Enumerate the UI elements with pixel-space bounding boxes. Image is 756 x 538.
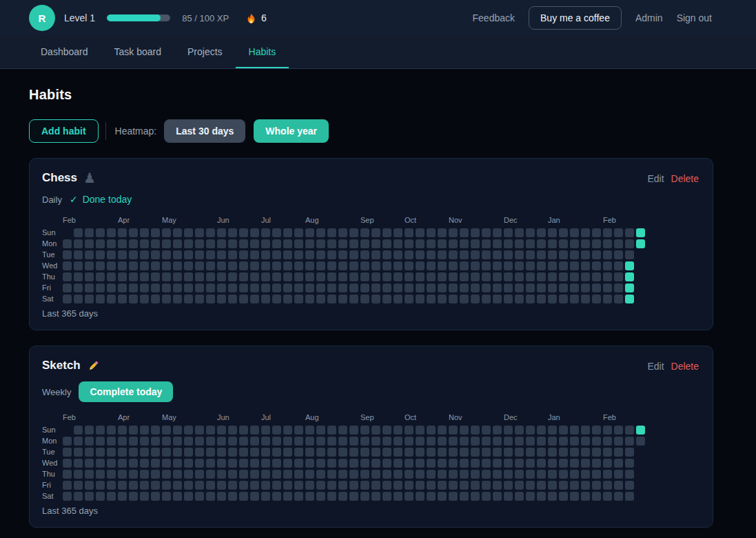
heatmap-cell bbox=[482, 272, 491, 281]
delete-button[interactable]: Delete bbox=[671, 173, 699, 184]
heatmap-cell bbox=[360, 492, 369, 501]
heatmap-cell bbox=[482, 228, 491, 237]
heatmap-cell bbox=[96, 437, 105, 446]
heatmap-cell bbox=[559, 295, 568, 303]
heatmap-cell bbox=[151, 239, 160, 248]
signout-link[interactable]: Sign out bbox=[677, 12, 712, 23]
heatmap-cell bbox=[140, 295, 149, 303]
heatmap-cell bbox=[294, 481, 303, 490]
heatmap-cell bbox=[427, 239, 436, 248]
heatmap-month-labels: FebAprMayJunJulAugSepOctNovDecJanFeb bbox=[63, 413, 699, 423]
heatmap-cell bbox=[272, 250, 281, 259]
heatmap-cell bbox=[338, 492, 347, 501]
heatmap-cell bbox=[493, 272, 502, 281]
heatmap-cell bbox=[217, 459, 226, 468]
edit-button[interactable]: Edit bbox=[647, 173, 664, 184]
heatmap-cell bbox=[305, 481, 314, 490]
heatmap-cell bbox=[316, 272, 325, 281]
heatmap-cell bbox=[239, 283, 248, 292]
heatmap-cell bbox=[559, 459, 568, 468]
heatmap-cell bbox=[592, 228, 601, 237]
heatmap-cell bbox=[294, 228, 303, 237]
complete-today-button[interactable]: Complete today bbox=[79, 381, 173, 402]
heatmap-cell bbox=[394, 283, 402, 292]
heatmap-cell bbox=[140, 492, 149, 501]
heatmap-cell bbox=[283, 492, 292, 501]
tab-habits[interactable]: Habits bbox=[236, 36, 289, 68]
heatmap-cell bbox=[316, 437, 325, 446]
heatmap-cell bbox=[614, 295, 623, 303]
heatmap-cell bbox=[603, 272, 612, 281]
avatar[interactable]: R bbox=[29, 5, 55, 31]
edit-button[interactable]: Edit bbox=[647, 361, 664, 372]
buy-me-a-coffee-button[interactable]: Buy me a coffee bbox=[529, 6, 622, 30]
heatmap-cell bbox=[283, 261, 292, 270]
heatmap-cell bbox=[515, 448, 524, 457]
heatmap-cell bbox=[107, 272, 116, 281]
heatmap-cell bbox=[548, 448, 557, 457]
heatmap-cell bbox=[559, 448, 568, 457]
feedback-link[interactable]: Feedback bbox=[473, 12, 515, 23]
heatmap-cell bbox=[96, 426, 105, 435]
heatmap-cell bbox=[228, 283, 237, 292]
heatmap-cell bbox=[118, 295, 127, 303]
heatmap-cell bbox=[85, 426, 94, 435]
tab-dashboard[interactable]: Dashboard bbox=[28, 36, 101, 68]
heatmap-cell bbox=[515, 492, 524, 501]
heatmap-cell bbox=[581, 239, 590, 248]
tab-projects[interactable]: Projects bbox=[174, 36, 236, 68]
heatmap-cell bbox=[206, 492, 215, 501]
month-label: Apr bbox=[118, 413, 130, 421]
heatmap-cell bbox=[107, 250, 116, 259]
heatmap-cell bbox=[526, 295, 535, 303]
heatmap-cell bbox=[548, 437, 557, 446]
heatmap-cell bbox=[537, 470, 546, 479]
heatmap-cell bbox=[427, 272, 436, 281]
heatmap-cell bbox=[603, 470, 612, 479]
heatmap-cell bbox=[416, 470, 425, 479]
heatmap-cell bbox=[382, 448, 391, 457]
heatmap-cell bbox=[460, 283, 469, 292]
heatmap-month-labels: FebAprMayJunJulAugSepOctNovDecJanFeb bbox=[63, 216, 699, 226]
heatmap-cell bbox=[239, 481, 248, 490]
heatmap-grid bbox=[63, 426, 645, 501]
heatmap-cell bbox=[283, 481, 292, 490]
range-button-last-30-days[interactable]: Last 30 days bbox=[164, 119, 245, 143]
admin-link[interactable]: Admin bbox=[635, 12, 663, 23]
heatmap-cell bbox=[283, 426, 292, 435]
month-label: May bbox=[162, 413, 176, 421]
month-label: Feb bbox=[603, 413, 616, 421]
heatmap-cell bbox=[283, 437, 292, 446]
heatmap-cell bbox=[493, 261, 502, 270]
heatmap-cell bbox=[405, 481, 413, 490]
heatmap-cell bbox=[305, 426, 314, 435]
heatmap-cell bbox=[581, 250, 590, 259]
heatmap-cell bbox=[515, 261, 524, 270]
range-button-whole-year[interactable]: Whole year bbox=[254, 119, 329, 143]
heatmap-cell bbox=[636, 239, 645, 248]
heatmap-cell bbox=[382, 437, 391, 446]
delete-button[interactable]: Delete bbox=[671, 361, 699, 372]
heatmap-cell bbox=[206, 459, 215, 468]
heatmap-cell bbox=[482, 250, 491, 259]
divider bbox=[105, 122, 106, 140]
heatmap-cell bbox=[405, 426, 413, 435]
heatmap-cell bbox=[416, 283, 425, 292]
heatmap-cell bbox=[427, 481, 436, 490]
add-habit-button[interactable]: Add habit bbox=[29, 119, 99, 143]
heatmap-cell bbox=[581, 459, 590, 468]
heatmap-day-labels: SunMonTueWedThuFriSat bbox=[42, 426, 63, 501]
heatmap-cell bbox=[382, 426, 391, 435]
heatmap-cell bbox=[272, 261, 281, 270]
heatmap-cell bbox=[327, 492, 336, 501]
heatmap-cell bbox=[570, 481, 579, 490]
heatmap-cell bbox=[360, 426, 369, 435]
heatmap-cell bbox=[239, 228, 248, 237]
heatmap-cell bbox=[371, 250, 380, 259]
heatmap-cell bbox=[129, 272, 138, 281]
heatmap-cell bbox=[85, 261, 94, 270]
heatmap-cell bbox=[537, 437, 546, 446]
heatmap-cell bbox=[449, 481, 458, 490]
tab-task-board[interactable]: Task board bbox=[101, 36, 174, 68]
heatmap-cell bbox=[427, 261, 436, 270]
